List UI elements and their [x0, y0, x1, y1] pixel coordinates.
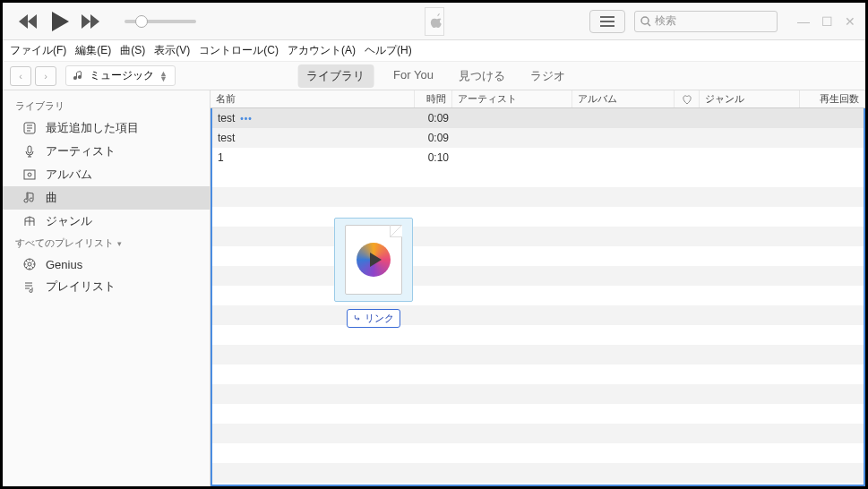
svg-rect-2	[24, 170, 35, 179]
cell-name: test •••	[212, 112, 417, 124]
source-label: ミュージック	[90, 68, 154, 83]
sidebar-item[interactable]: Genius	[3, 253, 210, 275]
chevron-down-icon[interactable]: ▾	[117, 239, 122, 248]
menu-bar: ファイル(F)編集(E)曲(S)表示(V)コントロール(C)アカウント(A)ヘル…	[3, 40, 865, 62]
menu-item[interactable]: 編集(E)	[75, 43, 111, 58]
svg-point-4	[28, 262, 31, 266]
sidebar-item[interactable]: 最近追加した項目	[3, 116, 210, 140]
sidebar-item[interactable]: ジャンル	[3, 210, 210, 233]
playlists-header-label: すべてのプレイリスト	[15, 236, 114, 250]
sidebar-item-label: 曲	[46, 190, 57, 206]
context-menu-button[interactable]: •••	[240, 114, 253, 124]
playlist-icon	[22, 279, 37, 294]
sidebar-item[interactable]: アルバム	[3, 163, 210, 186]
updown-icon: ▲▼	[159, 71, 168, 82]
now-playing-area	[425, 7, 444, 36]
drag-thumbnail	[334, 218, 413, 302]
nav-arrows: ‹ ›	[10, 66, 56, 86]
volume-slider[interactable]	[125, 20, 196, 23]
content-area: 名前 時間 アーティスト アルバム ジャンル 再生回数 test •••0:09…	[211, 90, 865, 486]
nav-tabs: ライブラリFor You見つけるラジオ	[297, 64, 571, 88]
link-label: リンク	[365, 312, 394, 325]
search-input[interactable]: 検索	[634, 11, 778, 32]
sidebar-item-label: アルバム	[46, 167, 92, 183]
search-placeholder: 検索	[655, 13, 676, 29]
note-icon	[22, 191, 37, 205]
col-artist[interactable]: アーティスト	[452, 90, 572, 107]
cell-name: test	[212, 132, 417, 144]
nav-tab[interactable]: ライブラリ	[297, 64, 374, 88]
source-selector[interactable]: ミュージック ▲▼	[65, 65, 176, 86]
sidebar-item-label: 最近追加した項目	[46, 120, 139, 136]
empty-stripes	[212, 167, 864, 485]
sidebar-item-label: ジャンル	[46, 213, 92, 229]
document-icon	[345, 225, 402, 295]
previous-icon[interactable]	[19, 14, 37, 29]
app-window: 検索 — ☐ ✕ ファイル(F)編集(E)曲(S)表示(V)コントロール(C)ア…	[0, 0, 868, 489]
genius-icon	[22, 257, 37, 271]
search-icon	[640, 16, 651, 27]
nav-tab[interactable]: 見つける	[453, 64, 511, 88]
table-row[interactable]: test0:09	[212, 128, 864, 148]
sidebar-item-label: Genius	[46, 258, 82, 271]
forward-button[interactable]: ›	[35, 66, 56, 86]
cell-time: 0:09	[417, 112, 454, 124]
sidebar: ライブラリ 最近追加した項目アーティストアルバム曲ジャンル すべてのプレイリスト…	[3, 90, 211, 486]
cell-time: 0:09	[417, 132, 454, 144]
menu-item[interactable]: コントロール(C)	[199, 43, 279, 58]
cell-name: 1	[212, 151, 417, 164]
menu-item[interactable]: ファイル(F)	[10, 43, 66, 58]
menu-item[interactable]: アカウント(A)	[288, 43, 356, 58]
sidebar-item-label: アーティスト	[46, 143, 116, 159]
music-note-icon	[73, 71, 84, 82]
heart-icon	[682, 94, 692, 105]
back-button[interactable]: ‹	[10, 66, 31, 86]
table-row[interactable]: test •••0:09	[212, 108, 864, 128]
album-icon	[22, 167, 37, 182]
apple-logo-icon	[425, 13, 443, 30]
close-button[interactable]: ✕	[842, 13, 858, 30]
volume-thumb[interactable]	[135, 15, 148, 28]
table-row[interactable]: 10:10	[212, 148, 864, 167]
menu-item[interactable]: 曲(S)	[120, 43, 145, 58]
col-genre[interactable]: ジャンル	[700, 90, 800, 107]
sidebar-item[interactable]: プレイリスト	[3, 275, 210, 298]
menu-item[interactable]: 表示(V)	[154, 43, 190, 58]
col-album[interactable]: アルバム	[572, 90, 675, 107]
list-view-button[interactable]	[589, 10, 625, 33]
transport-controls	[10, 12, 205, 31]
list-icon	[600, 16, 614, 27]
svg-point-3	[28, 173, 31, 176]
track-list[interactable]: test •••0:09test0:0910:10 ⤷ リンク	[211, 108, 865, 486]
right-controls: 検索 — ☐ ✕	[589, 10, 858, 33]
svg-point-0	[641, 17, 649, 24]
player-bar: 検索 — ☐ ✕	[3, 3, 865, 40]
sidebar-item-label: プレイリスト	[46, 279, 116, 295]
media-play-icon	[357, 243, 391, 277]
menu-item[interactable]: ヘルプ(H)	[365, 43, 412, 58]
sidebar-library-header: ライブラリ	[3, 96, 210, 116]
sidebar-item[interactable]: 曲	[3, 186, 210, 210]
nav-tab[interactable]: ラジオ	[525, 64, 571, 88]
minimize-button[interactable]: —	[795, 13, 812, 30]
play-icon[interactable]	[49, 12, 69, 31]
col-time[interactable]: 時間	[415, 90, 452, 107]
nav-tab[interactable]: For You	[388, 64, 439, 88]
main-split: ライブラリ 最近追加した項目アーティストアルバム曲ジャンル すべてのプレイリスト…	[3, 90, 865, 486]
titlebar-buttons: — ☐ ✕	[795, 13, 858, 30]
genre-icon	[22, 214, 37, 228]
recent-icon	[22, 121, 37, 135]
drag-preview: ⤷ リンク	[329, 218, 418, 328]
next-icon[interactable]	[82, 14, 99, 29]
nav-row: ‹ › ミュージック ▲▼ ライブラリFor You見つけるラジオ	[3, 62, 865, 90]
sidebar-playlists-header: すべてのプレイリスト ▾	[3, 233, 210, 253]
column-headers: 名前 時間 アーティスト アルバム ジャンル 再生回数	[211, 90, 865, 108]
maximize-button[interactable]: ☐	[819, 13, 835, 30]
mic-icon	[22, 144, 37, 159]
col-plays[interactable]: 再生回数	[800, 90, 865, 107]
col-name[interactable]: 名前	[211, 90, 415, 107]
col-heart[interactable]	[675, 90, 700, 107]
sidebar-item[interactable]: アーティスト	[3, 140, 210, 163]
link-badge: ⤷ リンク	[347, 309, 400, 328]
cell-time: 0:10	[417, 151, 454, 164]
